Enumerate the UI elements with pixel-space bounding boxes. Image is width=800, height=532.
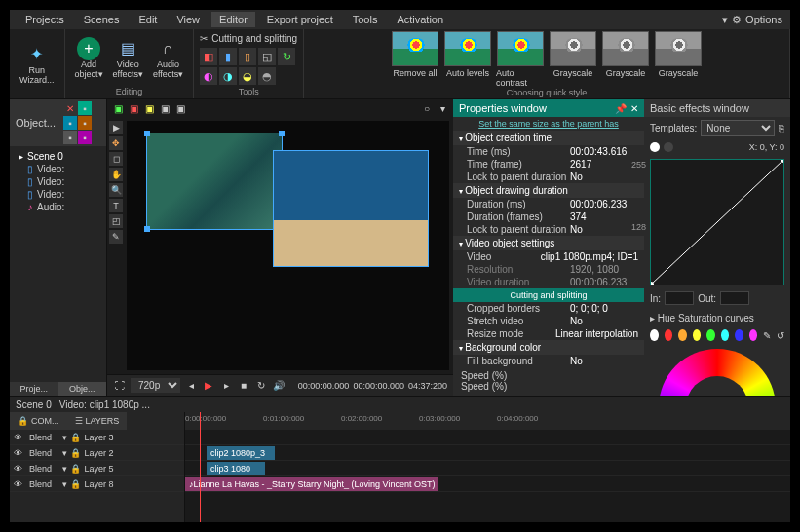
- style-grayscale-1[interactable]: Grayscale: [549, 31, 597, 88]
- stop-icon[interactable]: ■: [237, 379, 250, 393]
- templates-select[interactable]: None: [701, 120, 775, 136]
- menu-scenes[interactable]: Scenes: [76, 12, 128, 27]
- timeline-scene-label[interactable]: Scene 0: [16, 399, 52, 410]
- clip-video-3[interactable]: clip3 1080: [207, 462, 265, 475]
- preview-tool-r1[interactable]: ○: [420, 101, 434, 115]
- add-object-button[interactable]: + Add object▾: [71, 35, 107, 82]
- text-tool-icon[interactable]: T: [109, 199, 123, 212]
- layer-row[interactable]: 👁Blend▾ 🔒Layer 2: [10, 445, 184, 461]
- obj-delete-icon[interactable]: ✕: [63, 101, 77, 115]
- color-dot[interactable]: [650, 329, 659, 341]
- tool-c-icon[interactable]: ◒: [239, 67, 256, 85]
- prop-time-ms[interactable]: 00:00:43.616: [570, 146, 638, 157]
- playhead[interactable]: [200, 412, 201, 522]
- tab-objects[interactable]: Obje...: [58, 382, 107, 396]
- clip-audio[interactable]: ♪ Lianne La Havas - _Starry Starry Night…: [185, 477, 438, 491]
- menu-projects[interactable]: Projects: [18, 12, 72, 27]
- layer-row[interactable]: 👁Blend▾ 🔒Layer 5: [10, 461, 184, 476]
- style-auto-contrast[interactable]: Auto contrast: [496, 31, 545, 88]
- color-dot[interactable]: [735, 329, 743, 341]
- video-object-1[interactable]: [146, 133, 283, 230]
- options-button[interactable]: ▾ ⚙ Options: [722, 14, 782, 26]
- shape-tool-icon[interactable]: ◻: [109, 152, 123, 166]
- preview-tool-5[interactable]: ▣: [173, 101, 187, 115]
- eyedropper-icon[interactable]: ✎: [763, 330, 771, 341]
- tool-rotate-icon[interactable]: ↻: [278, 48, 295, 65]
- cutting-splitting-link[interactable]: Cutting and splitting: [453, 288, 644, 302]
- style-grayscale-3[interactable]: Grayscale: [654, 31, 703, 88]
- play-icon[interactable]: ▶: [202, 379, 215, 393]
- color-dot[interactable]: [665, 329, 673, 341]
- section-creation-time[interactable]: Object creation time: [453, 131, 644, 145]
- color-dot[interactable]: [693, 329, 702, 341]
- resolution-select[interactable]: 720p: [131, 378, 180, 393]
- prop-duration-ms[interactable]: 00:00:06.233: [570, 199, 638, 209]
- color-dot[interactable]: [678, 329, 687, 341]
- hand-tool-icon[interactable]: ✋: [109, 168, 123, 181]
- preview-tool-r2[interactable]: ▾: [436, 101, 449, 115]
- volume-icon[interactable]: 🔊: [272, 379, 286, 393]
- timeline-tab-com[interactable]: 🔒COM...: [10, 412, 67, 430]
- menu-activation[interactable]: Activation: [389, 12, 451, 27]
- tool-a-icon[interactable]: ◐: [200, 67, 217, 85]
- style-grayscale-2[interactable]: Grayscale: [601, 31, 650, 88]
- obj-btn3-icon[interactable]: ▪: [78, 116, 92, 130]
- prop-fill-bg[interactable]: No: [570, 356, 638, 366]
- tool-marker-icon[interactable]: ▯: [239, 48, 256, 65]
- color-wheel[interactable]: [659, 349, 776, 396]
- eye-icon[interactable]: 👁: [14, 448, 25, 458]
- style-auto-levels[interactable]: Auto levels: [443, 31, 492, 88]
- prop-video-file[interactable]: clip1 1080p.mp4; ID=1: [541, 251, 638, 262]
- reset-icon[interactable]: ↺: [777, 330, 784, 341]
- prop-lock-parent-1[interactable]: No: [570, 171, 638, 182]
- color-dot[interactable]: [749, 329, 758, 341]
- channel-dot-icon[interactable]: [664, 142, 673, 152]
- out-input[interactable]: [720, 291, 749, 305]
- pin-icon[interactable]: 📌: [615, 103, 627, 114]
- menu-editor[interactable]: Editor: [211, 12, 255, 27]
- zoom-tool-icon[interactable]: 🔍: [109, 183, 123, 197]
- timeline-tab-layers[interactable]: ☰LAYERS: [67, 412, 128, 430]
- preview-tool-4[interactable]: ▣: [158, 101, 171, 115]
- prop-lock-parent-2[interactable]: No: [570, 224, 638, 235]
- run-wizard-button[interactable]: ✦ Run Wizard...: [16, 41, 58, 88]
- tool-b-icon[interactable]: ◑: [219, 67, 237, 85]
- obj-btn5-icon[interactable]: ▪: [78, 131, 92, 144]
- crop-tool-icon[interactable]: ◰: [109, 214, 123, 228]
- preview-tool-2[interactable]: ▣: [127, 101, 140, 115]
- preview-tool-1[interactable]: ▣: [111, 101, 125, 115]
- prop-time-frame[interactable]: 2617: [570, 159, 638, 170]
- audio-effects-button[interactable]: ∩ Audio effects▾: [149, 35, 187, 82]
- move-tool-icon[interactable]: ✥: [109, 136, 123, 150]
- tool-crop-icon[interactable]: ◱: [258, 48, 276, 65]
- in-input[interactable]: [665, 291, 694, 305]
- video-object-2[interactable]: [273, 150, 429, 267]
- save-template-icon[interactable]: ⎘: [779, 123, 784, 133]
- color-dot[interactable]: [721, 329, 730, 341]
- tree-video-2[interactable]: ▯Video:: [14, 175, 102, 188]
- style-remove-all[interactable]: Remove all: [391, 31, 439, 88]
- prop-resize-mode[interactable]: Linear interpolation: [555, 328, 638, 339]
- menu-export[interactable]: Export project: [259, 12, 341, 27]
- eye-icon[interactable]: 👁: [14, 464, 25, 474]
- tree-video-1[interactable]: ▯Video:: [14, 163, 102, 175]
- timeline-tracks[interactable]: 0:00:00:000 0:01:00:000 0:02:00:000 0:03…: [185, 412, 790, 522]
- menu-edit[interactable]: Edit: [131, 12, 165, 27]
- obj-btn1-icon[interactable]: ▪: [78, 101, 92, 115]
- parent-size-link[interactable]: Set the same size as the parent has: [453, 117, 644, 131]
- prev-frame-icon[interactable]: ◂: [184, 379, 198, 393]
- obj-btn2-icon[interactable]: ▪: [63, 116, 77, 130]
- preview-tool-3[interactable]: ▣: [142, 101, 156, 115]
- curve-editor[interactable]: 255 128: [650, 159, 784, 285]
- tool-d-icon[interactable]: ◓: [258, 67, 276, 85]
- section-drawing-duration[interactable]: Object drawing duration: [453, 183, 644, 198]
- section-bg-color[interactable]: Background color: [453, 340, 644, 355]
- section-video-settings[interactable]: Video object settings: [453, 236, 644, 250]
- tree-audio-1[interactable]: ♪Audio:: [14, 201, 102, 213]
- tree-video-3[interactable]: ▯Video:: [14, 188, 102, 201]
- pen-tool-icon[interactable]: ✎: [109, 230, 123, 244]
- tool-trim-icon[interactable]: ◧: [200, 48, 217, 65]
- prop-crop-borders[interactable]: 0; 0; 0; 0: [570, 303, 638, 314]
- video-effects-button[interactable]: ▤ Video effects▾: [109, 35, 147, 82]
- eye-icon[interactable]: 👁: [14, 433, 25, 442]
